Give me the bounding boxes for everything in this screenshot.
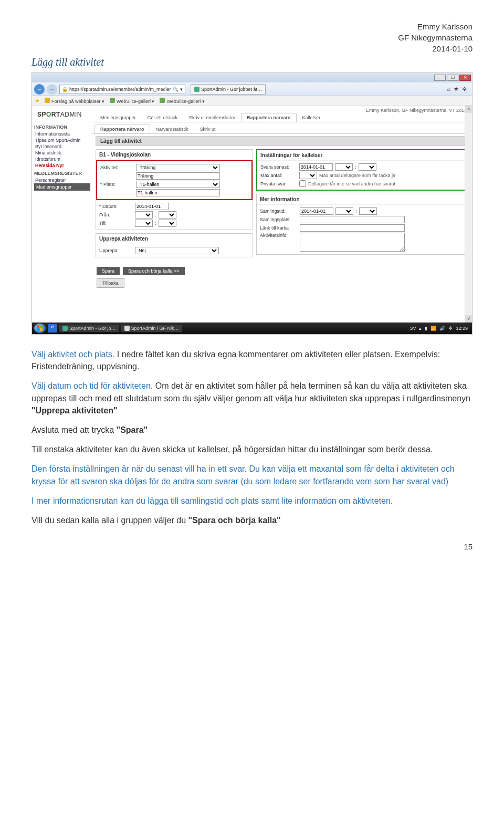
forward-arrow-icon[interactable]: → bbox=[47, 84, 57, 95]
date-label: * Datum: bbox=[99, 204, 133, 209]
fav-link-2[interactable]: WebSlice-galleri ▾ bbox=[110, 98, 154, 104]
sidebar-item[interactable]: Mina utskick bbox=[34, 150, 90, 156]
favorites-icon[interactable]: ★ bbox=[454, 86, 459, 92]
browser-navbar: ← → 🔒 https://sportadmin.se/emember/admi… bbox=[32, 82, 472, 96]
saml-hour[interactable]: 17 bbox=[335, 207, 353, 215]
svara-label: Svara senast: bbox=[260, 164, 297, 170]
repeat-label: Upprepa: bbox=[99, 248, 133, 253]
sidebar-item[interactable]: Tipsa om SportAdmin bbox=[34, 137, 90, 143]
subtab-skriv-ut[interactable]: Skriv ut bbox=[194, 124, 222, 133]
to-hour[interactable]: 18 bbox=[135, 220, 153, 227]
saml-date[interactable] bbox=[300, 207, 333, 215]
flag-icon[interactable]: ▮ bbox=[425, 326, 427, 331]
scroll-up-icon[interactable]: ∧ bbox=[465, 106, 472, 113]
fav-link-1[interactable]: Förslag på webbplatser ▾ bbox=[45, 98, 104, 104]
date-input[interactable] bbox=[135, 203, 169, 210]
taskbar-item-2[interactable]: SportAdmin i GF Nik… bbox=[121, 325, 182, 332]
start-button[interactable] bbox=[34, 324, 46, 333]
sidebar-item[interactable]: Byt lösenord bbox=[34, 143, 90, 150]
close-button[interactable]: ✕ bbox=[459, 75, 471, 81]
tab-utskick[interactable]: Gör ett utskick bbox=[142, 113, 184, 122]
tab-rapportera[interactable]: Rapportera närvaro bbox=[241, 113, 297, 122]
to-min[interactable]: 00 bbox=[159, 220, 176, 227]
search-indicator: 🔍 ▾ bbox=[173, 87, 183, 92]
link-input[interactable] bbox=[300, 224, 405, 232]
ie-icon[interactable]: e bbox=[48, 324, 57, 332]
url-bar[interactable]: 🔒 https://sportadmin.se/emember/admin/m_… bbox=[59, 85, 185, 94]
priv-hint: Deltagare får inte se vad andra har svar… bbox=[308, 181, 395, 186]
url-text: https://sportadmin.se/emember/admin/m_me… bbox=[69, 87, 171, 92]
from-hour[interactable]: 17 bbox=[135, 211, 153, 219]
back-arrow-icon[interactable]: ← bbox=[34, 84, 45, 95]
merinfo-box: Mer information Samlingstid: 17: 00 Saml… bbox=[256, 194, 469, 255]
tray-misc-icon[interactable]: ❖ bbox=[448, 326, 453, 331]
tab-skriv-ut[interactable]: Skriv ut medlemslistor bbox=[183, 113, 241, 122]
maximize-button[interactable]: ☐ bbox=[447, 75, 458, 81]
window-titlebar: — ☐ ✕ bbox=[32, 73, 472, 82]
left-panel: B1 - Vidingsjöskolan Aktivitet: Träning … bbox=[96, 149, 253, 261]
browser-tab[interactable]: SportAdmin - Gör jobbet åt… bbox=[191, 84, 266, 95]
priv-checkbox[interactable] bbox=[299, 180, 306, 187]
activity-place-block: Aktivitet: Träning * Plats: T1-hallen bbox=[96, 160, 253, 200]
p2q: "Upprepa aktiviteten" bbox=[32, 406, 118, 415]
main-column: Emmy Karlsson, GF Nikegymnasterna, VT 20… bbox=[92, 106, 472, 323]
p7b: "Spara och börja kalla" bbox=[188, 516, 281, 525]
p7a: Vill du sedan kalla alla i gruppen välje… bbox=[32, 516, 188, 525]
tab-title: SportAdmin - Gör jobbet åt… bbox=[201, 87, 262, 92]
fav-link-3[interactable]: WebSlice-galleri ▾ bbox=[160, 98, 204, 104]
tray-up-icon[interactable]: ▴ bbox=[419, 326, 422, 331]
info-textarea[interactable] bbox=[300, 233, 405, 252]
tab-medlemsgrupper[interactable]: Medlemsgrupper bbox=[94, 113, 142, 122]
activity-select[interactable]: Träning bbox=[136, 164, 220, 171]
link-label: Länk till karta: bbox=[260, 225, 298, 231]
home-icon[interactable]: ⌂ bbox=[447, 86, 450, 92]
page-number: 15 bbox=[32, 542, 472, 551]
minimize-button[interactable]: — bbox=[434, 75, 446, 81]
repeat-select[interactable]: Nej bbox=[135, 247, 219, 254]
place-text[interactable] bbox=[136, 189, 220, 196]
saml-min[interactable]: 00 bbox=[359, 207, 377, 215]
max-hint: Max antal deltagare som får tacka ja bbox=[319, 173, 395, 178]
svara-min[interactable]: 00 bbox=[359, 163, 376, 171]
back-button[interactable]: Tillbaka bbox=[97, 278, 124, 288]
sidebar-item-selected[interactable]: Medlemsgrupper bbox=[34, 183, 90, 191]
sidebar-item[interactable]: Personregister bbox=[34, 177, 90, 183]
org-name: GF Nikegymnasterna bbox=[32, 32, 472, 43]
svg-rect-2 bbox=[37, 328, 39, 331]
add-favorite-icon[interactable]: ★ bbox=[35, 98, 39, 103]
sidebar-heading-info: INFORMATION bbox=[34, 124, 90, 130]
p6: I mer informationsrutan kan du lägga til… bbox=[32, 495, 472, 507]
svara-hour[interactable]: 17 bbox=[335, 163, 353, 171]
to-label: Till: bbox=[99, 221, 133, 226]
task-icon bbox=[62, 326, 68, 331]
volume-icon[interactable]: 🔊 bbox=[439, 326, 445, 331]
network-icon[interactable]: 📶 bbox=[430, 326, 436, 331]
sidebar-item[interactable]: Informationssida bbox=[34, 131, 90, 137]
form-panels: B1 - Vidingsjöskolan Aktivitet: Träning … bbox=[92, 146, 472, 264]
sidebar-item[interactable]: Idrottsforum bbox=[34, 156, 90, 162]
svg-rect-1 bbox=[40, 325, 43, 328]
scrollbar[interactable]: ∧ ∨ bbox=[465, 106, 472, 323]
subtab-rapportera[interactable]: Rapportera närvaro bbox=[94, 124, 150, 133]
subtab-statistik[interactable]: Närvarostatistik bbox=[150, 124, 194, 133]
max-label: Max antal: bbox=[260, 173, 297, 178]
activity-text[interactable] bbox=[136, 172, 220, 180]
scroll-down-icon[interactable]: ∨ bbox=[465, 315, 472, 323]
place-select[interactable]: T1-hallen bbox=[136, 181, 220, 188]
save-and-call-button[interactable]: Spara och börja kalla >> bbox=[123, 267, 185, 275]
doc-date: 2014-01-10 bbox=[32, 43, 472, 54]
svara-date[interactable] bbox=[299, 163, 333, 171]
tab-kallelser[interactable]: Kallelser bbox=[297, 113, 327, 122]
language-indicator[interactable]: SV bbox=[410, 326, 416, 331]
nav-icons: ⌂ ★ ✲ bbox=[447, 86, 470, 92]
sidebar-item-new[interactable]: Hemsida Ny! bbox=[34, 162, 90, 169]
fav-icon bbox=[110, 98, 115, 103]
kallelser-title: Inställningar för kallelser bbox=[257, 150, 468, 161]
taskbar-item-1[interactable]: SportAdmin - Gör jo… bbox=[59, 325, 119, 332]
settings-icon[interactable]: ✲ bbox=[462, 86, 467, 92]
group-box: B1 - Vidingsjöskolan Aktivitet: Träning … bbox=[96, 149, 253, 230]
save-button[interactable]: Spara bbox=[97, 267, 120, 275]
max-select[interactable]: - bbox=[299, 172, 317, 179]
samlp-input[interactable] bbox=[300, 216, 405, 223]
from-min[interactable]: 00 bbox=[159, 211, 176, 219]
